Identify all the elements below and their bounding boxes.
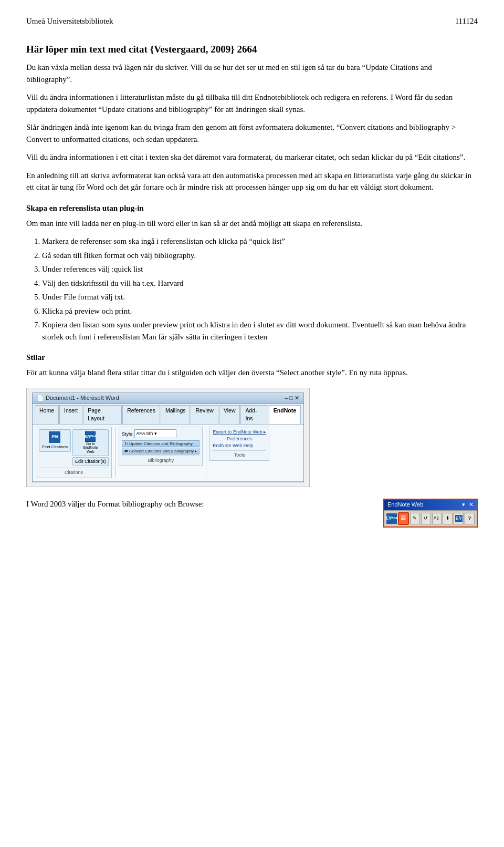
endnote-small-buttons: ENWeb Go to EndNote Web Edit Citation(s) bbox=[72, 429, 109, 467]
preferences-button[interactable]: Preferences bbox=[213, 436, 266, 441]
sort-icon: #⇓ bbox=[434, 515, 440, 522]
ew-undo-button[interactable]: ↺ bbox=[421, 513, 431, 524]
go-to-endnote-button[interactable]: ENWeb Go to EndNote Web bbox=[72, 429, 109, 456]
citations-group: EN Find Citations ENWeb Go to EndNote We… bbox=[36, 427, 112, 478]
ew-import-button[interactable]: ⬇ bbox=[443, 513, 453, 524]
ew-help-button[interactable]: ? bbox=[465, 513, 475, 524]
list-item: Klicka på preview och print. bbox=[42, 305, 478, 317]
edit-citations-button[interactable]: Edit Citation(s) bbox=[72, 457, 109, 466]
undo-icon: ↺ bbox=[424, 515, 428, 522]
endnote-web-help-label: EndNote Web Help bbox=[213, 442, 266, 449]
find-citations-icon: EN bbox=[49, 431, 60, 443]
institution-name: Umeå Universitetsbibliotek bbox=[26, 16, 113, 27]
ribbon-content-area: EN Find Citations ENWeb Go to EndNote We… bbox=[33, 425, 303, 482]
bottom-text: I Word 2003 väljer du Format bibliograph… bbox=[26, 499, 383, 510]
tab-home[interactable]: Home bbox=[35, 405, 59, 424]
separator-1 bbox=[115, 428, 116, 477]
list-item bold-item: Kopiera den listan som syns under previe… bbox=[42, 319, 478, 343]
pencil-icon: ✎ bbox=[413, 515, 417, 522]
export-button[interactable]: Export to EndNote Web ▸ bbox=[213, 429, 266, 435]
ew-list-button[interactable]: ☰ bbox=[398, 512, 409, 525]
paragraph-2: Vill du ändra informationen i litteratur… bbox=[26, 91, 478, 115]
page-number: 111124 bbox=[455, 16, 478, 27]
paragraph-4: Vill du ändra informationen i ett citat … bbox=[26, 151, 478, 163]
main-heading: Här löper min text med citat {Vestergaar… bbox=[26, 42, 478, 57]
endnote-web-title-bar: EndNote Web ▾ ✕ bbox=[384, 500, 477, 510]
help-icon: ? bbox=[468, 514, 471, 523]
endnote-web-icon: ENWeb bbox=[85, 431, 96, 442]
ew-en-btn[interactable]: EN bbox=[454, 513, 464, 524]
section-heading: Skapa en referenslista utan plug-in bbox=[26, 203, 478, 214]
bibliography-group: Style: APA 5th ▾ ↻ Update Citations and … bbox=[119, 427, 203, 466]
bibliography-group-label: Bibliography bbox=[122, 456, 200, 464]
find-citations-button[interactable]: EN Find Citations bbox=[39, 429, 71, 452]
stilar-text: För att kunna välja bland flera stilar t… bbox=[26, 367, 478, 379]
ribbon-tabs-row: Home Insert Page Layout References Maili… bbox=[33, 404, 303, 424]
import-icon: ⬇ bbox=[446, 515, 450, 522]
paragraph-1: Du kan växla mellan dessa två lägen när … bbox=[26, 61, 478, 85]
list-item-text: Kopiera den listan som syns under previe… bbox=[42, 321, 466, 341]
list-item: Under references välj :quick list bbox=[42, 263, 478, 275]
tab-references[interactable]: References bbox=[122, 405, 160, 424]
tab-endnote[interactable]: EndNote bbox=[269, 405, 301, 424]
steps-list: Markera de referenser som ska ingå i ref… bbox=[42, 235, 478, 343]
title-bar: 📄 Document1 - Microsoft Word – □ ✕ bbox=[33, 393, 303, 404]
bottom-section: I Word 2003 väljer du Format bibliograph… bbox=[26, 499, 478, 528]
title-bar-controls: – □ ✕ bbox=[285, 394, 299, 402]
list-item: Under File format välj txt. bbox=[42, 291, 478, 303]
tab-review[interactable]: Review bbox=[191, 405, 218, 424]
list-icon: ☰ bbox=[401, 514, 406, 523]
paragraph-5: En anledning till att skriva avformatera… bbox=[26, 170, 478, 193]
tab-insert[interactable]: Insert bbox=[59, 405, 82, 424]
endnote-web-popup: EndNote Web ▾ ✕ ENWeb ☰ ✎ ↺ #⇓ bbox=[383, 499, 478, 528]
endnote-web-title-label: EndNote Web bbox=[387, 501, 423, 509]
ew-sort-button[interactable]: #⇓ bbox=[432, 513, 442, 524]
list-item: Markera de referenser som ska ingå i ref… bbox=[42, 235, 478, 247]
list-item: Gå sedan till fliken format och välj bib… bbox=[42, 250, 478, 262]
endnote-web-toolbar: ENWeb ☰ ✎ ↺ #⇓ ⬇ EN ? bbox=[384, 510, 477, 526]
title-bar-left: 📄 Document1 - Microsoft Word bbox=[37, 394, 119, 402]
update-icon: ↻ bbox=[124, 441, 128, 446]
tab-add-ins[interactable]: Add-Ins bbox=[240, 405, 268, 424]
ew-en-icon: ENWeb bbox=[386, 513, 397, 524]
paragraph-3: Slår ändringen ändå inte igenom kan du t… bbox=[26, 121, 478, 145]
ribbon-container: 📄 Document1 - Microsoft Word – □ ✕ Home … bbox=[32, 392, 304, 482]
endnote-web-title-controls: ▾ ✕ bbox=[462, 501, 474, 509]
go-to-endnote-label: Go to EndNote Web bbox=[80, 442, 100, 454]
tab-page-layout[interactable]: Page Layout bbox=[83, 405, 122, 424]
convert-citations-button[interactable]: ⇄ Convert Citations and Bibliography ▸ bbox=[122, 448, 200, 455]
ew-edit-button[interactable]: ✎ bbox=[410, 513, 420, 524]
ew-en-small-icon: EN bbox=[455, 515, 463, 522]
citations-group-label: Citations bbox=[39, 468, 109, 476]
list-item: Välj den tidskriftsstil du vill ha t.ex.… bbox=[42, 277, 478, 290]
tab-mailings[interactable]: Mailings bbox=[161, 405, 191, 424]
tools-group-label: Tools bbox=[213, 450, 266, 459]
style-select[interactable]: APA 5th ▾ bbox=[134, 429, 176, 438]
update-citations-button[interactable]: ↻ Update Citations and Bibliography bbox=[122, 440, 200, 447]
restore-btn[interactable]: ▾ bbox=[462, 501, 465, 508]
convert-icon: ⇄ bbox=[124, 449, 128, 453]
tools-group: Export to EndNote Web ▸ Preferences EndN… bbox=[209, 427, 269, 461]
tab-view[interactable]: View bbox=[219, 405, 240, 424]
separator-2 bbox=[206, 428, 206, 477]
close-btn[interactable]: ✕ bbox=[469, 501, 474, 508]
find-citations-label: Find Citations bbox=[42, 444, 68, 450]
word-screenshot: 📄 Document1 - Microsoft Word – □ ✕ Home … bbox=[26, 388, 310, 487]
section-intro: Om man inte vill ladda ner en plug-in ti… bbox=[26, 218, 478, 230]
page-header: Umeå Universitetsbibliotek 111124 bbox=[26, 16, 478, 27]
stilar-heading: Stilar bbox=[26, 352, 478, 364]
